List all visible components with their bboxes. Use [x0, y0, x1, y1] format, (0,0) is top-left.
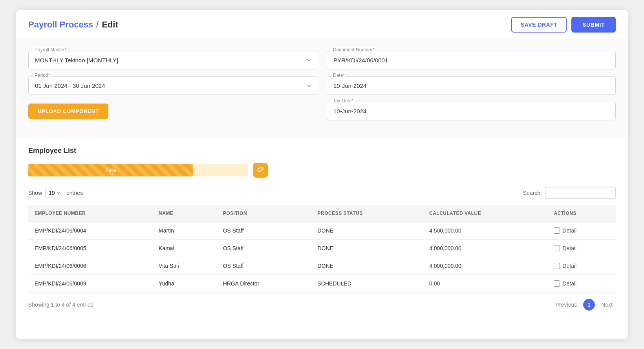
payroll-master-select[interactable]: MONTHLY Tekindo [MONTHLY]	[28, 51, 317, 69]
table-footer: Showing 1 to 4 of 4 entries Previous 1 N…	[28, 299, 616, 311]
detail-button[interactable]: i Detail	[554, 280, 576, 287]
col-actions: ACTIONS	[547, 205, 616, 222]
table-controls: Show 10 25 50 entries Search:	[28, 187, 616, 199]
period-label: Period*	[33, 73, 51, 78]
form-row-2: Period* 01 Jun 2024 - 30 Jun 2024 Date*	[28, 76, 616, 95]
pagination: Previous 1 Next	[553, 299, 616, 311]
cell-actions: i Detail	[547, 275, 616, 293]
cell-calculated-value: 4,500,000.00	[423, 222, 547, 240]
progress-percent: 75%	[106, 167, 116, 173]
breadcrumb-link[interactable]: Payroll Process	[28, 20, 93, 30]
cell-calculated-value: 0.00	[423, 275, 547, 293]
table-body: EMP/KDI/24/06/0004 Martin OS Staff DONE …	[28, 222, 616, 293]
showing-entries: Showing 1 to 4 of 4 entries	[28, 302, 93, 308]
show-entries: Show 10 25 50 entries	[28, 188, 83, 198]
show-label: Show	[28, 190, 42, 196]
upload-component-button[interactable]: UPLOAD COMPONENT	[28, 104, 108, 119]
table-header: EMPLOYEE NUMBER NAME POSITION PROCESS ST…	[28, 205, 616, 222]
search-group: Search:	[523, 187, 616, 199]
current-page[interactable]: 1	[583, 299, 595, 311]
cell-calculated-value: 4,000,000.00	[423, 257, 547, 275]
document-number-group: Document Number*	[327, 51, 616, 69]
col-calculated-value: CALCULATED VALUE	[423, 205, 547, 222]
detail-icon: i	[554, 245, 560, 251]
entries-label: entries	[66, 190, 83, 196]
date-label: Date*	[331, 73, 346, 78]
detail-button[interactable]: i Detail	[554, 227, 576, 234]
period-select[interactable]: 01 Jun 2024 - 30 Jun 2024	[28, 76, 317, 95]
refresh-check-icon	[256, 166, 264, 174]
header-actions: SAVE DRAFT SUBMIT	[511, 17, 616, 33]
detail-label: Detail	[562, 280, 576, 287]
detail-icon: i	[554, 280, 560, 287]
document-number-input[interactable]	[327, 51, 616, 69]
progress-bar-wrapper: 75%	[28, 164, 248, 176]
next-button[interactable]: Next	[598, 300, 616, 309]
form-row-1: Payroll Master* MONTHLY Tekindo [MONTHLY…	[28, 51, 616, 69]
submit-button[interactable]: SUBMIT	[571, 17, 616, 33]
table-row: EMP/KDI/24/06/0009 Yudha HRGA Director S…	[28, 275, 616, 293]
cell-position: OS Staff	[217, 240, 311, 257]
app-container: Payroll Process / Edit SAVE DRAFT SUBMIT…	[16, 10, 628, 339]
cell-actions: i Detail	[547, 240, 616, 257]
save-draft-button[interactable]: SAVE DRAFT	[511, 17, 567, 33]
table-header-row: EMPLOYEE NUMBER NAME POSITION PROCESS ST…	[28, 205, 616, 222]
table-row: EMP/KDI/24/06/0006 Vita Sari OS Staff DO…	[28, 257, 616, 275]
table-row: EMP/KDI/24/06/0005 Kamal OS Staff DONE 4…	[28, 240, 616, 257]
date-input[interactable]	[327, 76, 616, 95]
col-process-status: PROCESS STATUS	[311, 205, 423, 222]
detail-label: Detail	[562, 227, 576, 234]
cell-position: HRGA Director	[217, 275, 311, 293]
breadcrumb: Payroll Process / Edit	[28, 20, 118, 30]
tax-date-label: Tax Date*	[331, 98, 355, 104]
cell-emp-number: EMP/KDI/24/06/0005	[28, 240, 152, 257]
payroll-master-group: Payroll Master* MONTHLY Tekindo [MONTHLY…	[28, 51, 317, 69]
document-number-label: Document Number*	[331, 47, 376, 53]
tax-date-group: Tax Date*	[327, 102, 616, 120]
tax-date-input[interactable]	[327, 102, 616, 120]
breadcrumb-current: Edit	[102, 20, 118, 30]
detail-icon: i	[554, 263, 560, 269]
upload-col: UPLOAD COMPONENT	[28, 102, 317, 120]
breadcrumb-separator: /	[96, 20, 99, 30]
cell-name: Kamal	[152, 240, 217, 257]
col-name: NAME	[152, 205, 217, 222]
form-section: Payroll Master* MONTHLY Tekindo [MONTHLY…	[16, 40, 628, 137]
date-group: Date*	[327, 76, 616, 95]
cell-process-status: DONE	[311, 240, 423, 257]
entries-select[interactable]: 10 25 50	[45, 188, 63, 198]
payroll-master-label: Payroll Master*	[33, 47, 68, 53]
cell-process-status: SCHEDULED	[311, 275, 423, 293]
search-input[interactable]	[545, 187, 616, 199]
cell-name: Yudha	[152, 275, 217, 293]
progress-bar-fill: 75%	[28, 164, 193, 176]
detail-button[interactable]: i Detail	[554, 245, 576, 251]
employee-table: EMPLOYEE NUMBER NAME POSITION PROCESS ST…	[28, 205, 616, 293]
col-position: POSITION	[217, 205, 311, 222]
progress-container: 75%	[28, 163, 616, 178]
cell-emp-number: EMP/KDI/24/06/0004	[28, 222, 152, 240]
header: Payroll Process / Edit SAVE DRAFT SUBMIT	[16, 10, 628, 40]
employee-section: Employee List 75% Show 10	[16, 137, 628, 320]
cell-actions: i Detail	[547, 222, 616, 240]
cell-process-status: DONE	[311, 257, 423, 275]
col-emp-number: EMPLOYEE NUMBER	[28, 205, 152, 222]
period-group: Period* 01 Jun 2024 - 30 Jun 2024	[28, 76, 317, 95]
detail-icon: i	[554, 227, 560, 234]
detail-label: Detail	[562, 245, 576, 251]
cell-emp-number: EMP/KDI/24/06/0009	[28, 275, 152, 293]
cell-name: Martin	[152, 222, 217, 240]
prev-button[interactable]: Previous	[553, 300, 580, 309]
cell-process-status: DONE	[311, 222, 423, 240]
cell-actions: i Detail	[547, 257, 616, 275]
detail-button[interactable]: i Detail	[554, 263, 576, 269]
search-label: Search:	[523, 190, 542, 196]
cell-name: Vita Sari	[152, 257, 217, 275]
table-row: EMP/KDI/24/06/0004 Martin OS Staff DONE …	[28, 222, 616, 240]
cell-position: OS Staff	[217, 257, 311, 275]
progress-action-button[interactable]	[253, 163, 268, 178]
detail-label: Detail	[562, 263, 576, 269]
cell-calculated-value: 4,000,000.00	[423, 240, 547, 257]
section-title: Employee List	[28, 147, 616, 155]
cell-position: OS Staff	[217, 222, 311, 240]
